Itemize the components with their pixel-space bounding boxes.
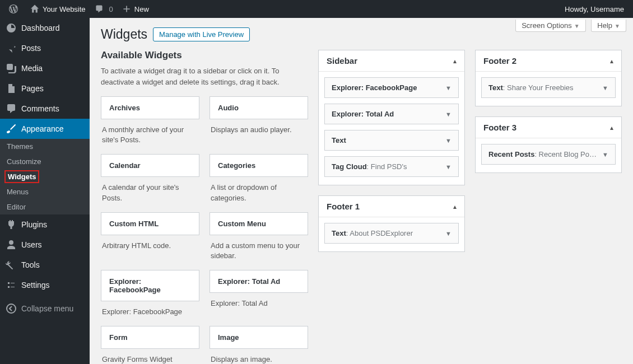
svg-point-0: [7, 304, 16, 313]
collapse-label: Collapse menu: [21, 304, 73, 313]
placed-widget[interactable]: Tag Cloud: Find PSD's▼: [324, 156, 459, 177]
menu-pages[interactable]: Pages: [0, 78, 90, 99]
area-title: Sidebar: [327, 56, 453, 66]
menu-tools[interactable]: Tools: [0, 255, 90, 275]
comment-icon: [6, 103, 17, 114]
user-greeting[interactable]: Howdy, Username: [560, 0, 629, 18]
comments-bubble[interactable]: 0: [90, 0, 118, 18]
widget-desc: A calendar of your site's Posts.: [101, 177, 199, 212]
chevron-down-icon: ▼: [602, 151, 608, 158]
placed-widget[interactable]: Text▼: [324, 130, 459, 151]
chevron-down-icon: ▼: [445, 137, 452, 144]
available-widget[interactable]: Explorer: Total Ad: [210, 270, 308, 293]
widget-desc: Explorer: FacebookPage: [101, 301, 199, 326]
widget-desc: Displays an audio player.: [210, 119, 308, 144]
pin-icon: [6, 43, 17, 54]
available-widget[interactable]: Custom HTML: [101, 212, 199, 235]
menu-settings[interactable]: Settings: [0, 275, 90, 295]
live-preview-button[interactable]: Manage with Live Preview: [153, 27, 250, 41]
menu-media[interactable]: Media: [0, 58, 90, 78]
submenu-customize[interactable]: Customize: [0, 154, 90, 169]
widget-area-footer3: Footer 3 ▴ Recent Posts: Recent Blog Po……: [475, 116, 622, 173]
placed-widget[interactable]: Text: About PSDExplorer▼: [324, 223, 459, 244]
available-widget[interactable]: Image: [210, 326, 308, 349]
widget-desc: Arbitrary HTML code.: [101, 235, 199, 260]
available-widget[interactable]: Archives: [101, 96, 199, 119]
placed-widget-title: Text: About PSDExplorer: [332, 229, 413, 237]
chevron-down-icon: ▼: [602, 85, 608, 91]
available-widget[interactable]: Form: [101, 326, 199, 349]
menu-pages-label: Pages: [21, 84, 44, 93]
chevron-up-icon: ▴: [453, 57, 457, 65]
chevron-down-icon: ▼: [445, 164, 452, 170]
menu-users-label: Users: [21, 240, 42, 249]
menu-tools-label: Tools: [21, 260, 40, 269]
media-icon: [6, 63, 17, 74]
area-toggle-footer3[interactable]: Footer 3 ▴: [476, 117, 621, 138]
widget-desc: A monthly archive of your site's Posts.: [101, 119, 199, 154]
brush-icon: [6, 123, 17, 134]
home-icon: [30, 4, 39, 13]
menu-dashboard[interactable]: Dashboard: [0, 18, 90, 38]
chevron-up-icon: ▴: [610, 124, 613, 132]
screen-options-button[interactable]: Screen Options▼: [515, 20, 586, 32]
menu-settings-label: Settings: [21, 281, 50, 290]
new-label: New: [134, 5, 149, 13]
help-button[interactable]: Help▼: [591, 20, 626, 32]
widget-area-sidebar: Sidebar ▴ Explorer: FacebookPage▼Explore…: [318, 50, 465, 185]
placed-widget-title: Text: Share Your Freebies: [488, 83, 574, 92]
placed-widget[interactable]: Text: Share Your Freebies▼: [481, 77, 616, 98]
widget-desc: Add a custom menu to your sidebar.: [210, 235, 308, 270]
user-icon: [6, 239, 17, 250]
widget-desc: Gravity Forms Widget: [101, 349, 199, 364]
submenu-menus[interactable]: Menus: [0, 184, 90, 199]
menu-appearance[interactable]: Appearance: [0, 119, 90, 139]
submenu-editor[interactable]: Editor: [0, 199, 90, 214]
help-label: Help: [597, 21, 612, 30]
area-title: Footer 3: [483, 123, 610, 132]
menu-users[interactable]: Users: [0, 235, 90, 255]
available-widget[interactable]: Calendar: [101, 154, 199, 177]
placed-widget-title: Explorer: FacebookPage: [332, 83, 417, 92]
area-toggle-sidebar[interactable]: Sidebar ▴: [319, 50, 464, 72]
page-title: Widgets: [101, 27, 147, 42]
wordpress-icon: [9, 4, 18, 13]
placed-widget[interactable]: Explorer: FacebookPage▼: [324, 77, 459, 98]
area-title: Footer 1: [327, 202, 453, 211]
menu-comments-label: Comments: [21, 104, 59, 113]
chevron-up-icon: ▴: [453, 203, 457, 211]
menu-posts-label: Posts: [21, 44, 41, 53]
submenu-themes[interactable]: Themes: [0, 139, 90, 154]
widget-area-footer1: Footer 1 ▴ Text: About PSDExplorer▼: [318, 195, 465, 252]
menu-plugins[interactable]: Plugins: [0, 214, 90, 235]
available-heading: Available Widgets: [101, 50, 308, 61]
wp-logo[interactable]: [4, 0, 26, 18]
placed-widget[interactable]: Recent Posts: Recent Blog Po…▼: [481, 144, 616, 165]
area-toggle-footer1[interactable]: Footer 1 ▴: [319, 196, 464, 217]
available-widget[interactable]: Categories: [210, 154, 308, 177]
menu-comments[interactable]: Comments: [0, 99, 90, 119]
widget-area-footer2: Footer 2 ▴ Text: Share Your Freebies▼: [475, 50, 622, 106]
widget-desc: Displays an image.: [210, 349, 308, 364]
chevron-down-icon: ▼: [574, 23, 580, 29]
available-widget[interactable]: Custom Menu: [210, 212, 308, 235]
placed-widget-title: Text: [332, 136, 346, 144]
screen-options-label: Screen Options: [522, 21, 572, 30]
settings-icon: [6, 279, 17, 291]
widget-desc: Explorer: Total Ad: [210, 293, 308, 318]
dashboard-icon: [6, 22, 17, 34]
available-widget[interactable]: Audio: [210, 96, 308, 119]
plus-icon: [122, 4, 131, 13]
menu-posts[interactable]: Posts: [0, 38, 90, 58]
submenu-widgets[interactable]: Widgets: [4, 170, 39, 183]
placed-widget[interactable]: Explorer: Total Ad▼: [324, 104, 459, 124]
area-title: Footer 2: [483, 56, 610, 66]
howdy-label: Howdy, Username: [565, 5, 624, 13]
area-toggle-footer2[interactable]: Footer 2 ▴: [476, 50, 621, 72]
chevron-up-icon: ▴: [610, 57, 613, 65]
chevron-down-icon: ▼: [615, 23, 620, 29]
site-name-link[interactable]: Your Website: [26, 0, 90, 18]
new-content[interactable]: New: [118, 0, 153, 18]
available-widget[interactable]: Explorer: FacebookPage: [101, 270, 199, 301]
collapse-menu[interactable]: Collapse menu: [0, 298, 90, 319]
